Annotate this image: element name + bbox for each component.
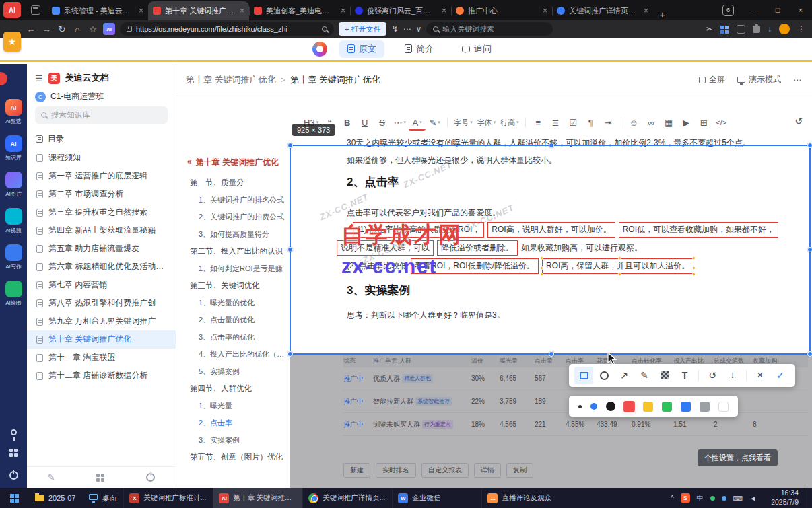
- taskbar-clock[interactable]: 16:34 2025/7/9: [763, 488, 807, 508]
- ai-extension-icon[interactable]: AI: [103, 23, 115, 35]
- ordered-list-button[interactable]: ≡: [530, 114, 547, 131]
- tab-original-text[interactable]: 原文: [339, 40, 384, 58]
- rail-item-ai-writing[interactable]: AI写作: [5, 244, 22, 270]
- tab-ask[interactable]: 追问: [454, 40, 500, 58]
- rectangle-tool[interactable]: [574, 367, 593, 384]
- tab-search-icon[interactable]: [31, 5, 40, 15]
- tray-expand-icon[interactable]: ^: [671, 495, 674, 502]
- rail-item-ai-video[interactable]: AI视频: [5, 208, 22, 234]
- sidebar-chapter[interactable]: 第六章 标题精细化优化及活动报名: [27, 258, 176, 276]
- taskbar-folder-shortcut[interactable]: 2025-07: [28, 488, 82, 508]
- toc-item[interactable]: 2、关键词推广的扣费公式: [176, 209, 290, 226]
- tab-count-badge[interactable]: 6: [722, 5, 734, 16]
- screenshot-selection[interactable]: [290, 145, 811, 355]
- knowledge-search-input[interactable]: 搜索知识库: [35, 106, 168, 124]
- toc-item[interactable]: 5、实操案例: [176, 363, 290, 381]
- ellipse-tool[interactable]: [595, 367, 613, 384]
- paragraph-button[interactable]: ¶: [582, 114, 599, 131]
- browser-tab-active[interactable]: 第十章 关键词推广优化×: [148, 1, 249, 20]
- toc-section[interactable]: 第二节、投入产出比的认识: [176, 243, 290, 260]
- selection-handle[interactable]: [287, 351, 293, 357]
- bullet-list-button[interactable]: ≣: [547, 114, 564, 131]
- tray-input-method-icon[interactable]: S: [681, 493, 690, 503]
- rail-item-knowledge[interactable]: AI知识库: [5, 135, 22, 161]
- toc-item[interactable]: 3、实操案例: [176, 432, 290, 449]
- directory-header[interactable]: 目录: [27, 129, 176, 149]
- brush-size-small[interactable]: [578, 405, 582, 408]
- sidebar-chapter[interactable]: 第三章 提升权重之自然搜索: [27, 203, 176, 221]
- mosaic-tool[interactable]: [655, 367, 674, 384]
- sidebar-chapter[interactable]: 第一章 运营推广的底层逻辑: [27, 167, 176, 185]
- extensions-grid-icon[interactable]: [720, 26, 724, 29]
- toc-chapter-title[interactable]: «第十章 关键词推广优化: [176, 157, 290, 174]
- apps-grid-icon[interactable]: [9, 449, 18, 458]
- tab-close-icon[interactable]: ×: [644, 6, 648, 15]
- toc-item-active[interactable]: 2、点击率: [176, 414, 290, 432]
- toc-section[interactable]: 第四节、人群优化: [176, 380, 290, 398]
- color-swatch-white[interactable]: [718, 402, 729, 412]
- selection-handle[interactable]: [287, 143, 293, 148]
- highlight-button[interactable]: ✎: [426, 114, 443, 131]
- home-icon[interactable]: ⌂: [72, 24, 83, 34]
- sidebar-chapter[interactable]: 第二章 市场调查分析: [27, 185, 176, 203]
- browser-tab[interactable]: 美迪创客_美迪电商_美...×: [249, 1, 350, 20]
- taskbar-app[interactable]: X关键词推广标准计...: [123, 488, 213, 508]
- start-button[interactable]: [0, 488, 28, 508]
- tab-close-icon[interactable]: ×: [341, 6, 345, 15]
- menu-icon[interactable]: ☰: [35, 73, 43, 83]
- rail-item-ai-image[interactable]: AI图片: [5, 172, 22, 198]
- ai-assistant-float-button[interactable]: AI: [3, 2, 21, 18]
- tab-close-icon[interactable]: ×: [442, 6, 446, 15]
- toc-item[interactable]: 1、曝光量的优化: [176, 295, 290, 312]
- bold-button[interactable]: B: [339, 114, 356, 131]
- font-family-button[interactable]: 字体: [475, 114, 498, 131]
- color-swatch-green[interactable]: [662, 402, 672, 412]
- color-swatch-blue[interactable]: [681, 402, 691, 412]
- search-icon[interactable]: [322, 26, 327, 32]
- brush-size-medium-selected[interactable]: [590, 403, 597, 410]
- tray-keyboard-icon[interactable]: ⌨: [733, 495, 743, 502]
- apps-grid-icon[interactable]: [96, 474, 104, 482]
- indent-button[interactable]: ⇥: [600, 114, 617, 131]
- puzzle-extension-icon[interactable]: [753, 26, 760, 33]
- taskbar-app[interactable]: …直播评论及观众: [481, 488, 571, 508]
- sidebar-chapter[interactable]: 第八章 热浪引擎和付费推广创: [27, 294, 176, 312]
- selection-handle[interactable]: [287, 247, 293, 252]
- toc-item[interactable]: 3、如何提高质量得分: [176, 226, 290, 244]
- window-minimize-button[interactable]: —: [743, 0, 766, 20]
- power-icon[interactable]: [146, 473, 155, 482]
- rail-item-ai-select[interactable]: AIAI甄选: [5, 99, 22, 125]
- undo-button[interactable]: ↺: [794, 116, 803, 126]
- font-size-button[interactable]: 字号: [452, 114, 475, 131]
- back-icon[interactable]: ←: [26, 24, 36, 34]
- sidebar-chapter[interactable]: 第四章 新品上架获取流量秘籍: [27, 221, 176, 240]
- code-button[interactable]: </>: [713, 114, 730, 131]
- color-swatch-black[interactable]: [606, 402, 615, 411]
- open-file-button[interactable]: + 打开文件: [339, 22, 386, 36]
- link-button[interactable]: ∞: [643, 114, 660, 131]
- tray-status-icon[interactable]: [710, 496, 715, 501]
- download-icon[interactable]: ↓: [768, 24, 772, 34]
- sidebar-chapter[interactable]: 第五章 助力店铺流量爆发: [27, 240, 176, 258]
- selection-handle[interactable]: [807, 351, 812, 357]
- sidebar-chapter[interactable]: 第十二章 店铺诊断数据分析: [27, 367, 176, 385]
- sidebar-chapter-active[interactable]: 第十章 关键词推广优化: [27, 330, 176, 349]
- sidebar-chapter[interactable]: 第十一章 淘宝联盟: [27, 349, 176, 367]
- selection-handle[interactable]: [549, 351, 554, 357]
- toc-section[interactable]: 第五节、创意（图片）优化: [176, 449, 290, 466]
- taskbar-desktop-shortcut[interactable]: 桌面: [82, 488, 123, 508]
- bookmark-star-icon[interactable]: ☆: [88, 24, 98, 34]
- confirm-screenshot-button[interactable]: ✓: [771, 367, 790, 384]
- tab-close-icon[interactable]: ×: [139, 6, 143, 15]
- toc-item[interactable]: 2、点击量的优化: [176, 312, 290, 329]
- tray-volume-icon[interactable]: ◄: [749, 495, 756, 502]
- rail-item-ai-drawing[interactable]: AI绘图: [5, 281, 22, 307]
- taskbar-app-active[interactable]: AI第十章 关键词推广...: [213, 488, 302, 508]
- checklist-button[interactable]: ☑: [565, 114, 582, 131]
- cancel-screenshot-button[interactable]: ×: [751, 367, 770, 384]
- color-swatch-gray[interactable]: [700, 402, 710, 412]
- chevron-down-icon[interactable]: ∨: [416, 24, 422, 34]
- selection-handle[interactable]: [807, 247, 812, 252]
- toc-item[interactable]: 3、点击率的优化: [176, 329, 290, 347]
- selection-handle[interactable]: [807, 143, 812, 148]
